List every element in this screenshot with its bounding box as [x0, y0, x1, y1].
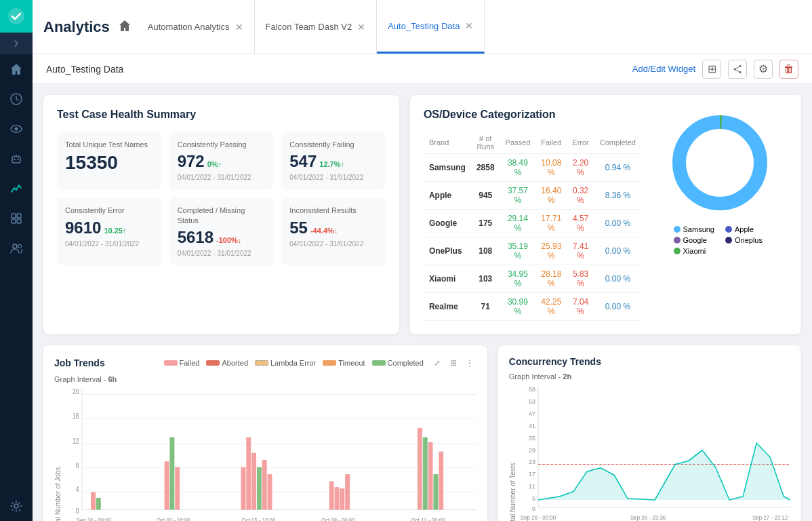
chart-expand-btn[interactable]: ⤢: [430, 356, 444, 370]
top-cards-row: Test Case Health Summary Total Unique Te…: [43, 95, 801, 334]
sidebar-item-settings[interactable]: [0, 491, 33, 521]
svg-line-17: [735, 69, 740, 73]
settings-icon-btn[interactable]: ⚙: [754, 60, 773, 79]
tab-auto-testing[interactable]: Auto_Testing Data ✕: [377, 0, 485, 54]
table-row: OnePlus 108 35.19 % 25.93 % 7.41 % 0.00 …: [424, 237, 641, 265]
svg-rect-41: [175, 467, 180, 510]
legend-failed: Failed: [164, 359, 200, 367]
svg-rect-8: [17, 214, 21, 218]
svg-rect-56: [439, 451, 443, 509]
add-edit-widget-btn[interactable]: Add/Edit Widget: [632, 64, 695, 74]
col-failed: Failed: [535, 132, 567, 154]
col-completed: Completed: [594, 132, 641, 154]
svg-rect-50: [340, 488, 344, 510]
svg-rect-9: [12, 219, 16, 223]
chart-icons: ⤢ ⊞ ⋮: [430, 356, 476, 370]
os-device-card: OS/Device Categorization Brand # of Runs…: [410, 95, 801, 334]
sidebar-collapse-btn[interactable]: [0, 33, 33, 54]
subheader: Auto_Testing Data Add/Edit Widget ⊞ ⚙ 🗑: [33, 54, 812, 84]
os-table: Brand # of Runs Passed Failed Error Comp…: [424, 132, 641, 321]
svg-point-23: [686, 129, 754, 197]
table-row: Samsung 2858 38.49 % 10.08 % 2.20 % 0.94…: [424, 154, 641, 182]
metrics-grid: Total Unique Test Names 15350 Consistent…: [57, 132, 386, 265]
col-runs: # of Runs: [471, 132, 500, 154]
metric-completed-label: Completed / Missing Status: [178, 206, 266, 225]
metric-completed: Completed / Missing Status 5618 -100%↓ 0…: [169, 197, 274, 265]
svg-text:58: 58: [529, 386, 535, 393]
svg-text:17: 17: [529, 471, 535, 478]
svg-point-0: [8, 8, 24, 24]
tab-automation-analytics[interactable]: Automation Analytics ✕: [137, 0, 255, 54]
sidebar-logo[interactable]: [0, 0, 33, 33]
metric-passing: Consistently Passing 972 0%↑ 04/01/2022 …: [169, 132, 274, 189]
svg-text:Sep 30 - 00:00: Sep 30 - 00:00: [77, 517, 111, 521]
subheader-actions: Add/Edit Widget ⊞ ⚙ 🗑: [632, 60, 798, 79]
tab-close-falcon[interactable]: ✕: [357, 22, 365, 32]
legend-timeout: Timeout: [323, 359, 365, 367]
svg-text:23: 23: [529, 459, 535, 465]
legend-google: Google: [674, 236, 714, 244]
share-icon-btn[interactable]: [728, 60, 747, 79]
svg-text:35: 35: [529, 435, 535, 442]
svg-rect-10: [17, 219, 21, 223]
table-row: Google 175 29.14 % 17.71 % 4.57 % 0.00 %: [424, 210, 641, 237]
sidebar-item-home[interactable]: [0, 54, 33, 84]
metric-completed-date: 04/01/2022 - 31/01/2022: [178, 250, 266, 257]
col-brand: Brand: [424, 132, 471, 154]
tab-close-automation[interactable]: ✕: [235, 22, 243, 32]
sidebar-item-eye[interactable]: [0, 114, 33, 144]
concurrency-card: Concurrency Trends Graph Interval - 2h T…: [498, 345, 801, 521]
metric-total-value: 15350: [65, 152, 153, 174]
metric-error-value: 9610 10.25↑: [65, 218, 153, 237]
metric-passing-date: 04/01/2022 - 31/01/2022: [178, 174, 266, 181]
delete-icon-btn[interactable]: 🗑: [779, 60, 798, 79]
legend-apple: Apple: [725, 225, 766, 233]
col-error: Error: [567, 132, 594, 154]
tab-close-auto-testing[interactable]: ✕: [465, 21, 473, 31]
svg-text:Oct 11 - 00:00: Oct 11 - 00:00: [411, 517, 445, 521]
svg-text:29: 29: [529, 446, 535, 453]
job-trends-header: Job Trends Failed Aborted Lambda Error T…: [54, 356, 476, 370]
svg-rect-53: [423, 437, 428, 509]
legend-aborted: Aborted: [206, 359, 248, 367]
svg-text:Oct 08 - 06:00: Oct 08 - 06:00: [321, 517, 355, 521]
tab-falcon-team[interactable]: Falcon Team Dash V2 ✕: [255, 0, 378, 54]
layout-icon-btn[interactable]: ⊞: [702, 60, 721, 79]
sidebar-item-clock[interactable]: [0, 84, 33, 114]
job-chart-area: 20 16 12 8 4 0: [64, 389, 476, 521]
job-trends-title: Job Trends: [54, 358, 105, 368]
chart-more-btn[interactable]: ⋮: [463, 356, 476, 370]
sidebar: [0, 0, 33, 521]
svg-text:12: 12: [73, 437, 79, 445]
metric-completed-delta: -100%↓: [216, 236, 241, 244]
svg-rect-48: [329, 482, 334, 510]
svg-rect-7: [12, 214, 16, 218]
header: Analytics Automation Analytics ✕ Falcon …: [33, 0, 812, 54]
job-trends-legend: Failed Aborted Lambda Error Timeout Comp: [164, 356, 476, 370]
metric-total-unique: Total Unique Test Names 15350: [57, 132, 161, 189]
sidebar-item-robot[interactable]: [0, 144, 33, 174]
svg-rect-40: [169, 437, 174, 509]
os-title: OS/Device Categorization: [424, 109, 641, 121]
svg-rect-4: [12, 157, 20, 163]
job-interval-label: Graph Interval - 6h: [54, 375, 476, 383]
sidebar-item-users[interactable]: [0, 233, 33, 263]
sidebar-item-box[interactable]: [0, 204, 33, 233]
metric-completed-value: 5618 -100%↓: [178, 228, 266, 247]
chart-grid-btn[interactable]: ⊞: [447, 356, 460, 370]
concurrency-y-axis-label: Total Number of Tests: [509, 386, 516, 521]
svg-text:Sep 26 - 00:00: Sep 26 - 00:00: [521, 515, 556, 521]
sidebar-item-analytics[interactable]: [0, 174, 33, 204]
home-icon[interactable]: [118, 19, 131, 35]
concurrency-chart-wrapper: Total Number of Tests 58 53 47 41 35 29: [509, 386, 790, 521]
metric-failing-date: 04/01/2022 - 31/01/2022: [289, 174, 378, 181]
svg-text:20: 20: [73, 389, 79, 396]
subheader-title: Auto_Testing Data: [46, 64, 123, 75]
svg-text:Sep 27 - 23:12: Sep 27 - 23:12: [752, 515, 788, 521]
svg-text:Oct 05 - 12:00: Oct 05 - 12:00: [242, 517, 276, 521]
svg-point-11: [13, 244, 17, 248]
metric-failing-label: Consistently Failing: [289, 140, 378, 149]
metric-error: Consistently Error 9610 10.25↑ 04/01/202…: [57, 197, 161, 265]
svg-point-6: [17, 159, 18, 160]
svg-rect-55: [433, 474, 438, 510]
